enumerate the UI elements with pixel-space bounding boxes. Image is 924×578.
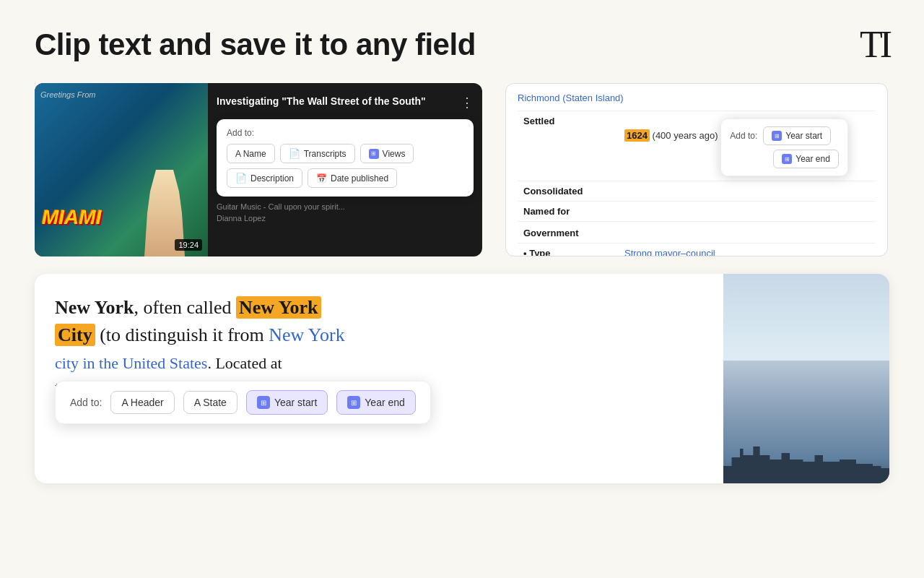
top-content-area: Greetings From MIAMI 19:24 Investigating… <box>0 83 924 256</box>
number-icon-ys: ⊞ <box>772 131 782 141</box>
text-distinguish: (to distinguish it from <box>95 324 269 345</box>
wiki-value-type: Strong mayor–council <box>619 243 876 256</box>
wiki-label-settled: Settled <box>518 111 619 181</box>
duration-badge: 19:24 <box>175 239 202 251</box>
field-btn-state[interactable]: A State <box>183 391 237 414</box>
wiki-value-settled: 1624 (400 years ago) Add to: ⊞ Year star… <box>619 111 876 181</box>
calendar-icon: 📅 <box>316 173 327 184</box>
field-btn-year-end-bottom[interactable]: ⊞ Year end <box>336 390 416 415</box>
wiki-row-government: Government <box>518 222 876 243</box>
wikipedia-card: Richmond (Staten Island) Settled 1624 (4… <box>505 83 888 256</box>
type-link[interactable]: Strong mayor–council <box>624 248 715 256</box>
number-icon-ys-bottom: ⊞ <box>257 396 270 409</box>
wiki-year-end-row: ⊞ Year end <box>730 150 839 168</box>
wiki-table: Settled 1624 (400 years ago) Add to: <box>518 111 876 256</box>
text-often-called: , often called <box>134 297 237 318</box>
city-image <box>723 361 889 483</box>
text-new-york-blue: New York <box>269 324 344 345</box>
highlight-new-york-city: New York <box>236 296 321 319</box>
bottom-text-container: New York, often called New York City (to… <box>35 274 723 483</box>
miami-text: MIAMI <box>42 207 101 228</box>
ti-logo: TI <box>860 23 889 66</box>
field-btn-description[interactable]: 📄 Description <box>227 168 302 188</box>
bottom-text-content: New York, often called New York City (to… <box>55 294 703 348</box>
new-york-bold: New York <box>55 297 134 318</box>
bottom-panel: New York, often called New York City (to… <box>35 274 889 483</box>
bottom-add-to-bar: Add to: A Header A State ⊞ Year start ⊞ … <box>55 381 431 424</box>
page-title: Clip text and save it to any field <box>35 27 476 62</box>
bottom-text-top: New York, often called New York City (to… <box>35 274 723 348</box>
greetings-text: Greetings From <box>40 90 95 99</box>
dots-menu-icon[interactable]: ⋮ <box>461 95 474 111</box>
bottom-add-to-label: Add to: <box>70 397 102 408</box>
field-btn-views[interactable]: ⊞ Views <box>360 144 414 163</box>
field-btn-name[interactable]: A Name <box>227 144 275 163</box>
video-title-row: Investigating "The Wall Street of the So… <box>217 95 474 111</box>
wiki-header: Richmond (Staten Island) <box>518 92 876 103</box>
field-btn-year-end-wiki[interactable]: ⊞ Year end <box>773 150 839 168</box>
add-to-popup-wiki: Add to: ⊞ Year start ⊞ Year end <box>720 118 848 176</box>
nyc-bold: New York <box>239 297 318 318</box>
bottom-image-area <box>723 274 889 483</box>
field-btn-date-published[interactable]: 📅 Date published <box>308 168 397 188</box>
wiki-row-consolidated: Consolidated <box>518 181 876 202</box>
sky-image <box>723 274 889 361</box>
number-icon-ye-bottom: ⊞ <box>347 396 360 409</box>
text-city-us-blue: city in the United States <box>55 354 207 372</box>
video-info: Investigating "The Wall Street of the So… <box>208 83 482 256</box>
city-bold: City <box>58 324 92 345</box>
year-highlight: 1624 <box>624 129 650 142</box>
add-to-label-yt: Add to: <box>227 128 463 138</box>
field-btn-year-start-wiki[interactable]: ⊞ Year start <box>763 126 831 145</box>
wiki-value-named-for <box>619 202 876 222</box>
field-btn-transcripts[interactable]: 📄 Transcripts <box>280 144 355 163</box>
wiki-content: Richmond (Staten Island) Settled 1624 (4… <box>506 84 887 256</box>
text-located: . Located at <box>207 354 282 372</box>
wiki-add-to-row: Add to: ⊞ Year start <box>730 126 839 145</box>
youtube-card: Greetings From MIAMI 19:24 Investigating… <box>35 83 482 256</box>
wiki-row-named-for: Named for <box>518 202 876 222</box>
wiki-label-government: Government <box>518 222 619 243</box>
wiki-label-named-for: Named for <box>518 202 619 222</box>
video-title: Investigating "The Wall Street of the So… <box>217 95 455 108</box>
video-meta: Guitar Music - Call upon your spirit... <box>217 202 474 211</box>
wiki-label-consolidated: Consolidated <box>518 181 619 202</box>
doc-icon-2: 📄 <box>235 173 247 184</box>
thumbnail-image: Greetings From MIAMI 19:24 <box>35 83 208 256</box>
person-name: Dianna Lopez <box>217 214 474 223</box>
wiki-field-buttons: Add to: ⊞ Year start ⊞ Year end <box>730 126 839 168</box>
field-buttons-row-yt: A Name 📄 Transcripts ⊞ Views 📄 Descripti… <box>227 144 463 188</box>
number-icon-ye: ⊞ <box>782 154 792 164</box>
video-thumbnail: Greetings From MIAMI 19:24 Investigating… <box>35 83 482 256</box>
doc-icon: 📄 <box>289 148 300 159</box>
field-btn-year-start-bottom[interactable]: ⊞ Year start <box>246 390 328 415</box>
number-icon: ⊞ <box>369 149 379 159</box>
settled-rest: (400 years ago) <box>653 130 718 141</box>
wiki-row-settled: Settled 1624 (400 years ago) Add to: <box>518 111 876 181</box>
highlight-city: City <box>55 324 95 346</box>
wiki-row-type: • Type Strong mayor–council <box>518 243 876 256</box>
city-silhouette <box>723 440 889 483</box>
wiki-add-label: Add to: <box>730 131 757 141</box>
field-btn-header[interactable]: A Header <box>110 391 174 414</box>
wiki-value-consolidated <box>619 181 876 202</box>
wiki-label-type: • Type <box>518 243 619 256</box>
add-to-popup-youtube: Add to: A Name 📄 Transcripts ⊞ Views 📄 D… <box>217 119 474 197</box>
header: Clip text and save it to any field TI <box>0 0 924 83</box>
wiki-value-government <box>619 222 876 243</box>
